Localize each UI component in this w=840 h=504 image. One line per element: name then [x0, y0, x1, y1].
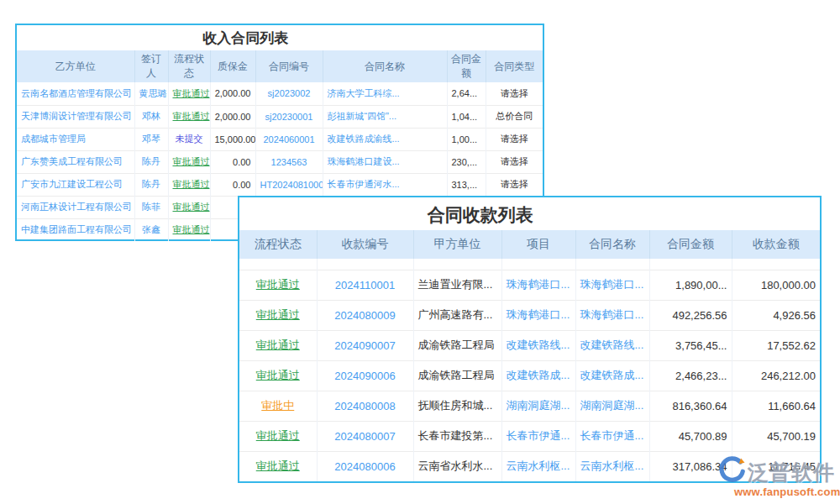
cell-contract_name[interactable]: 珠海鹤港口... — [575, 270, 649, 300]
cell-party_a: 长春市建投第... — [413, 421, 501, 451]
cell-status[interactable]: 审批通过 — [239, 421, 317, 451]
table-row: 审批通过2024090006成渝铁路工程局改建铁路成...改建铁路成...2,4… — [239, 360, 820, 391]
cell-received: 11,660.64 — [732, 391, 820, 421]
cell-contract_name[interactable]: 彭祖新城“四馆”... — [323, 105, 447, 128]
contract-receipt-title: 合同收款列表 — [239, 197, 820, 230]
cell-contract_name[interactable]: 珠海鹤港口... — [575, 300, 649, 330]
cell-project[interactable]: 改建铁路成... — [501, 360, 575, 391]
cell-receipt_no[interactable]: 2024080006 — [317, 451, 413, 481]
column-header-receipt_no: 收款编号 — [317, 230, 413, 259]
column-header-contract_no: 合同编号 — [255, 50, 323, 82]
cell-status[interactable]: 审批通过 — [168, 218, 210, 241]
table-row: 云南名都酒店管理有限公司黄思璐审批通过2,000.00sj2023002济南大学… — [17, 82, 543, 105]
cell-contract_name[interactable]: 珠海鹤港口建设... — [323, 150, 447, 173]
cell-receipt_no[interactable]: 2024090006 — [317, 360, 413, 391]
cell-contract_no[interactable]: 2024060001 — [255, 128, 323, 150]
fanpu-logo-icon — [716, 454, 746, 485]
cell-signer[interactable]: 张鑫 — [134, 218, 168, 241]
table-row: 广东赞美成工程有限公司陈丹审批通过0.001234563珠海鹤港口建设...23… — [17, 150, 543, 173]
cell-contract_name[interactable]: 改建铁路成渝线... — [323, 128, 447, 150]
cell-contract_no[interactable]: sj20230001 — [255, 105, 323, 128]
cell-party_a: 广州高速路有... — [413, 300, 501, 330]
table-row: 审批中2024080008抚顺住房和城...湖南洞庭湖...湖南洞庭湖...81… — [239, 391, 820, 421]
cell-status[interactable]: 审批通过 — [239, 330, 317, 360]
cell-deposit: 0.00 — [210, 173, 255, 196]
cell-status[interactable]: 审批通过 — [168, 82, 210, 105]
cell-status[interactable]: 未提交 — [168, 128, 210, 150]
cell-status[interactable]: 审批通过 — [239, 451, 317, 481]
table-row: 成都城市管理局邓琴未提交15,000.002024060001改建铁路成渝线..… — [17, 128, 543, 150]
cell-party_b[interactable]: 成都城市管理局 — [17, 128, 134, 150]
column-header-signer: 签订人 — [134, 50, 168, 82]
cell-project[interactable]: 长春市伊通... — [501, 421, 575, 451]
cell-receipt_no[interactable]: 2024080008 — [317, 391, 413, 421]
cell-contract_type: 请选择 — [486, 173, 543, 196]
cell-signer[interactable]: 陈菲 — [134, 196, 168, 218]
cell-receipt_no[interactable]: 2024080009 — [317, 300, 413, 330]
cell-received: 45,700.19 — [732, 421, 820, 451]
cell-party_b[interactable]: 云南名都酒店管理有限公司 — [17, 82, 134, 105]
cell-contract_name[interactable]: 湖南洞庭湖... — [575, 391, 649, 421]
cell-amount: 1,00... — [447, 128, 486, 150]
cell-signer[interactable]: 黄思璐 — [134, 82, 168, 105]
cell-project[interactable]: 云南水利枢... — [501, 451, 575, 481]
cell-amount: 45,700.89 — [649, 421, 732, 451]
cell-project[interactable]: 珠海鹤港口... — [501, 270, 575, 300]
cell-contract_name[interactable]: 长春市伊通... — [575, 421, 649, 451]
cell-amount: 492,256.56 — [649, 300, 732, 330]
table-row: 审批通过2024110001兰迪置业有限...珠海鹤港口...珠海鹤港口...1… — [239, 270, 820, 300]
table-row: 广安市九江建设工程公司陈丹审批通过0.00HT2024081000...长春市伊… — [17, 173, 543, 196]
column-header-received: 收款金额 — [732, 230, 820, 259]
cell-party_b[interactable]: 广东赞美成工程有限公司 — [17, 150, 134, 173]
cell-signer[interactable]: 邓林 — [134, 105, 168, 128]
cell-status[interactable]: 审批通过 — [239, 360, 317, 391]
table-row: 天津博润设计管理有限公司邓林审批通过2,000.00sj20230001彭祖新城… — [17, 105, 543, 128]
cell-contract_type: 请选择 — [486, 82, 543, 105]
cell-project[interactable]: 湖南洞庭湖... — [501, 391, 575, 421]
cell-contract_name[interactable]: 云南水利枢... — [575, 451, 649, 481]
cell-deposit: 0.00 — [210, 150, 255, 173]
cell-contract_name[interactable]: 长春市伊通河水... — [323, 173, 447, 196]
contract-receipt-table: 流程状态收款编号甲方单位项目合同名称合同金额收款金额 审批通过202411000… — [239, 230, 820, 481]
cell-signer[interactable]: 陈丹 — [134, 150, 168, 173]
cell-amount: 1,890,00... — [649, 270, 732, 300]
cell-amount: 230,... — [447, 150, 486, 173]
cell-received: 180,000.00 — [732, 270, 820, 300]
column-header-amount: 合同金额 — [649, 230, 732, 259]
cell-project[interactable]: 改建铁路线... — [501, 330, 575, 360]
cell-signer[interactable]: 邓琴 — [134, 128, 168, 150]
cell-amount: 1,04... — [447, 105, 486, 128]
cell-contract_no[interactable]: sj2023002 — [255, 82, 323, 105]
cell-receipt_no[interactable]: 2024090007 — [317, 330, 413, 360]
cell-party_a: 云南省水利水... — [413, 451, 501, 481]
cell-status[interactable]: 审批通过 — [239, 300, 317, 330]
cell-amount: 816,360.64 — [649, 391, 732, 421]
cell-contract_no[interactable]: HT2024081000... — [255, 173, 323, 196]
cell-party_b[interactable]: 天津博润设计管理有限公司 — [17, 105, 134, 128]
cell-status[interactable]: 审批中 — [239, 391, 317, 421]
cell-deposit: 15,000.00 — [210, 128, 255, 150]
cell-status[interactable]: 审批通过 — [239, 270, 317, 300]
table-row: 审批通过2024080009广州高速路有...珠海鹤港口...珠海鹤港口...4… — [239, 300, 820, 330]
cell-status[interactable]: 审批通过 — [168, 105, 210, 128]
cell-signer[interactable]: 陈丹 — [134, 173, 168, 196]
cell-contract_type: 总价合同 — [486, 105, 543, 128]
cell-party_b[interactable]: 中建集团路面工程有限公司 — [17, 218, 134, 241]
column-header-party_b: 乙方单位 — [17, 50, 134, 82]
cell-contract_name[interactable]: 改建铁路线... — [575, 330, 649, 360]
cell-party_b[interactable]: 广安市九江建设工程公司 — [17, 173, 134, 196]
cell-contract_name[interactable]: 改建铁路成... — [575, 360, 649, 391]
cell-status[interactable]: 审批通过 — [168, 173, 210, 196]
cell-party_b[interactable]: 河南正林设计工程有限公司 — [17, 196, 134, 218]
cell-status[interactable]: 审批通过 — [168, 196, 210, 218]
cell-receipt_no[interactable]: 2024110001 — [317, 270, 413, 300]
cell-receipt_no[interactable]: 2024080007 — [317, 421, 413, 451]
cell-contract_name[interactable]: 济南大学工科综... — [323, 82, 447, 105]
income-contract-header-row: 乙方单位签订人流程状态质保金合同编号合同名称合同金额合同类型 — [17, 50, 543, 82]
cell-received: 246,212.00 — [732, 360, 820, 391]
cell-party_a: 抚顺住房和城... — [413, 391, 501, 421]
cell-project[interactable]: 珠海鹤港口... — [501, 300, 575, 330]
cell-status[interactable]: 审批通过 — [168, 150, 210, 173]
column-header-deposit: 质保金 — [210, 50, 255, 82]
cell-contract_no[interactable]: 1234563 — [255, 150, 323, 173]
